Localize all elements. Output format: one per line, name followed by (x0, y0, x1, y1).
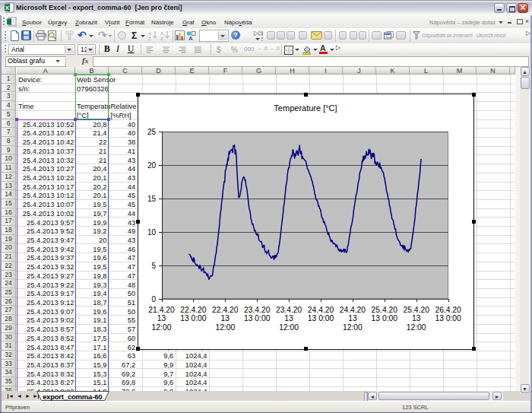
svg-text:X: X (5, 5, 10, 11)
svg-text:Z: Z (148, 37, 151, 40)
svg-text:Z: Z (160, 37, 163, 40)
svg-text:A: A (160, 31, 163, 36)
svg-text:A: A (148, 31, 151, 36)
svg-text:A: A (188, 35, 193, 41)
